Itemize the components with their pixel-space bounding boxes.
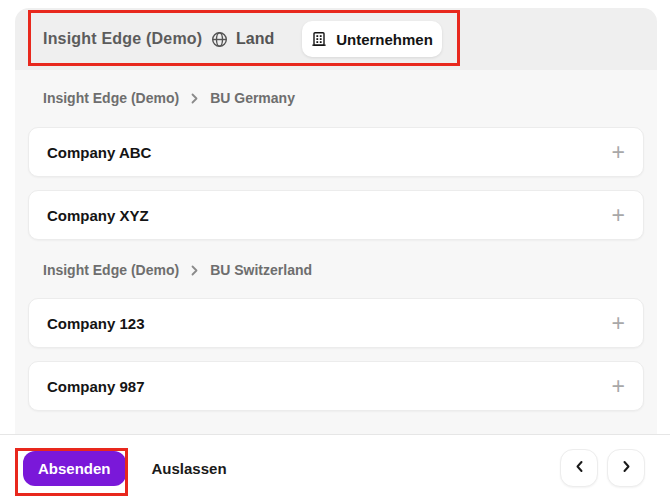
chevron-right-icon bbox=[190, 93, 199, 104]
pagination-nav bbox=[560, 449, 645, 487]
next-button[interactable] bbox=[607, 449, 645, 487]
breadcrumb: Insight Edge (Demo) BU Switzerland bbox=[43, 262, 644, 278]
company-row-987[interactable]: Company 987 + bbox=[28, 361, 644, 411]
globe-icon bbox=[211, 31, 228, 48]
selector-header: Insight Edge (Demo) Land Unternehm bbox=[15, 8, 657, 70]
app-title: Insight Edge (Demo) bbox=[43, 30, 202, 48]
company-row-123[interactable]: Company 123 + bbox=[28, 298, 644, 348]
chevron-right-icon bbox=[621, 460, 632, 476]
submit-button[interactable]: Absenden bbox=[23, 451, 126, 486]
company-name: Company ABC bbox=[47, 144, 612, 161]
breadcrumb: Insight Edge (Demo) BU Germany bbox=[43, 90, 644, 106]
company-row-abc[interactable]: Company ABC + bbox=[28, 127, 644, 177]
tab-land-label: Land bbox=[236, 30, 274, 48]
breadcrumb-root: Insight Edge (Demo) bbox=[43, 90, 179, 106]
building-icon bbox=[311, 31, 327, 47]
plus-icon[interactable]: + bbox=[612, 205, 625, 225]
breadcrumb-section: BU Switzerland bbox=[210, 262, 312, 278]
prev-button[interactable] bbox=[560, 449, 598, 487]
tab-unternehmen[interactable]: Unternehmen bbox=[302, 21, 442, 57]
breadcrumb-section: BU Germany bbox=[210, 90, 295, 106]
plus-icon[interactable]: + bbox=[612, 376, 625, 396]
tab-land[interactable]: Land bbox=[211, 8, 274, 70]
tab-unternehmen-label: Unternehmen bbox=[336, 31, 433, 48]
skip-button[interactable]: Auslassen bbox=[152, 460, 227, 477]
company-row-xyz[interactable]: Company XYZ + bbox=[28, 190, 644, 240]
company-selection-panel: Insight Edge (Demo) BU Germany Company A… bbox=[15, 70, 657, 434]
breadcrumb-root: Insight Edge (Demo) bbox=[43, 262, 179, 278]
plus-icon[interactable]: + bbox=[612, 313, 625, 333]
company-name: Company XYZ bbox=[47, 207, 612, 224]
company-name: Company 123 bbox=[47, 315, 612, 332]
footer-bar: Absenden Auslassen bbox=[0, 434, 670, 501]
company-name: Company 987 bbox=[47, 378, 612, 395]
plus-icon[interactable]: + bbox=[612, 142, 625, 162]
chevron-left-icon bbox=[574, 460, 585, 476]
chevron-right-icon bbox=[190, 265, 199, 276]
